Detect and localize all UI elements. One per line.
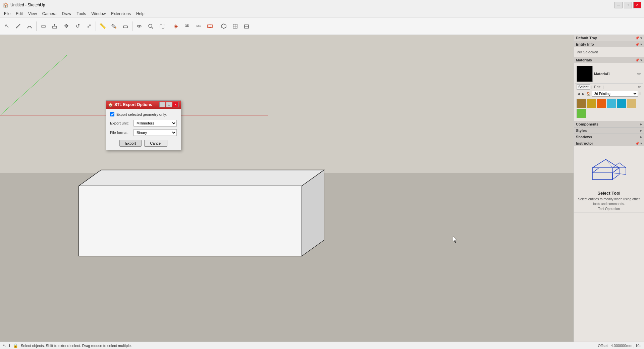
status-info-icon[interactable]: ℹ (9, 343, 10, 348)
shadows-section-header[interactable]: Shadows ▶ (574, 134, 644, 140)
file-format-row: File format: Binary ASCII (110, 129, 177, 136)
status-lock-icon[interactable]: 🔒 (13, 343, 18, 348)
materials-toggle[interactable]: ▾ (640, 58, 642, 62)
tool-eraser[interactable] (120, 21, 131, 32)
materials-row2: ◀ ▶ 🏠 3d Printing ⊞ (575, 90, 643, 97)
mat-category-select[interactable]: 3d Printing (592, 91, 638, 97)
tool-scale[interactable]: ⤢ (84, 21, 94, 32)
tool-tape[interactable]: 📏 (97, 21, 108, 32)
maximize-button[interactable]: □ (624, 2, 632, 8)
export-selected-checkbox[interactable] (110, 112, 114, 116)
entity-info-header[interactable]: Entity Info 📌 ▾ (574, 41, 644, 47)
3d-box (47, 160, 362, 288)
mat-back-btn[interactable]: ◀ (577, 92, 581, 96)
tool-3d-text[interactable]: 3D (182, 21, 193, 32)
tool-zoom-extents[interactable] (157, 21, 167, 32)
instructor-image (582, 148, 636, 188)
export-button[interactable]: Export (119, 140, 142, 147)
swatch-orange[interactable] (597, 99, 606, 108)
instructor-pin[interactable]: 📌 (635, 142, 639, 145)
swatch-light-blue[interactable] (607, 99, 616, 108)
close-button[interactable]: ✕ (633, 2, 641, 8)
dialog-buttons: Export Cancel (110, 140, 177, 147)
instructor-toggle[interactable]: ▾ (640, 142, 642, 145)
dialog-minimize-button[interactable]: — (159, 102, 165, 107)
materials-tab-select[interactable]: Select (577, 84, 590, 90)
instructor-content: Select Tool Select entities to modify wh… (574, 146, 644, 212)
menu-help[interactable]: Help (133, 11, 147, 17)
menu-camera[interactable]: Camera (40, 11, 59, 17)
materials-tabs: Select | Edit | ✏ (575, 83, 643, 90)
tool-select[interactable]: ↖ (1, 21, 12, 32)
svg-point-9 (149, 24, 152, 28)
menu-file[interactable]: File (1, 11, 13, 17)
dialog-close-button[interactable]: ✕ (173, 102, 179, 107)
file-format-label: File format: (110, 131, 133, 135)
tool-pencil[interactable] (13, 21, 23, 32)
swatch-green[interactable] (577, 109, 586, 118)
tool-component[interactable]: ◈ (170, 21, 181, 32)
styles-section-header[interactable]: Styles ▶ (574, 128, 644, 134)
tool-group[interactable] (205, 21, 215, 32)
tray-pin-icon[interactable]: 📌 (635, 36, 639, 40)
canvas-area[interactable]: 🏠 STL Export Options — □ ✕ Export select… (0, 35, 574, 342)
mat-detail-icon[interactable]: ⊞ (639, 92, 641, 96)
menu-tools[interactable]: Tools (74, 11, 89, 17)
menu-draw[interactable]: Draw (59, 11, 74, 17)
dialog-title-text: STL Export Options (114, 102, 152, 107)
materials-top: Material1 ✏ (575, 64, 643, 83)
app-icon: 🏠 (3, 2, 8, 8)
entity-info-pin[interactable]: 📌 (635, 43, 639, 46)
svg-point-8 (139, 26, 140, 27)
tray-menu-icon[interactable]: ▾ (640, 36, 642, 40)
tool-iso-view[interactable] (218, 21, 229, 32)
entity-info-title: Entity Info (576, 42, 594, 46)
dialog-checkbox-row: Export selected geometry only. (110, 112, 177, 116)
entity-info-toggle[interactable]: ▾ (640, 43, 642, 46)
tool-front-view[interactable] (241, 21, 252, 32)
materials-header[interactable]: Materials 📌 ▾ (574, 57, 644, 63)
tool-rectangle[interactable]: ▭ (38, 21, 49, 32)
swatch-gold[interactable] (587, 99, 596, 108)
mat-forward-btn[interactable]: ▶ (581, 92, 585, 96)
mat-home-btn[interactable]: 🏠 (586, 92, 591, 96)
svg-marker-23 (79, 186, 302, 256)
tool-arc[interactable] (24, 21, 35, 32)
export-unit-select[interactable]: Millimeters Centimeters Meters Inches Fe… (133, 120, 177, 127)
tool-orbit[interactable] (134, 21, 145, 32)
file-format-select[interactable]: Binary ASCII (133, 129, 177, 136)
tool-push-pull[interactable] (49, 21, 60, 32)
tool-top-view[interactable] (230, 21, 240, 32)
swatch-blue[interactable] (617, 99, 626, 108)
minimize-button[interactable]: — (614, 2, 623, 8)
menu-extensions[interactable]: Extensions (108, 11, 133, 17)
materials-tab-edit[interactable]: Edit (592, 84, 602, 90)
materials-pencil-icon[interactable]: ✏ (638, 85, 641, 89)
tool-rotate[interactable]: ↺ (72, 21, 83, 32)
material-edit-pencil[interactable]: ✏ (637, 71, 641, 77)
swatch-brown[interactable] (577, 99, 586, 108)
menu-window[interactable]: Window (89, 11, 109, 17)
tool-s4u[interactable]: s4u (193, 21, 204, 32)
cancel-button[interactable]: Cancel (144, 140, 167, 147)
offset-label: Offset (598, 344, 608, 348)
menu-view[interactable]: View (25, 11, 40, 17)
tray-header: Default Tray 📌 ▾ (574, 35, 644, 41)
menu-edit[interactable]: Edit (13, 11, 25, 17)
title-bar-controls: — □ ✕ (614, 2, 641, 8)
materials-pin[interactable]: 📌 (635, 58, 639, 62)
tool-move[interactable]: ✥ (61, 21, 71, 32)
status-arrow-icon[interactable]: ↖ (3, 343, 6, 348)
swatch-tan[interactable] (627, 99, 636, 108)
tool-zoom[interactable] (145, 21, 156, 32)
dialog-maximize-button[interactable]: □ (166, 102, 172, 107)
toolbar-sep5 (217, 21, 217, 31)
tool-paint[interactable] (109, 21, 119, 32)
instructor-section: Instructor 📌 ▾ (574, 140, 644, 212)
main-layout: 🏠 STL Export Options — □ ✕ Export select… (0, 35, 644, 342)
dialog-controls: — □ ✕ (159, 102, 179, 107)
materials-content: Material1 ✏ Select | Edit | ✏ ◀ ▶ 🏠 (574, 63, 644, 121)
instructor-header[interactable]: Instructor 📌 ▾ (574, 140, 644, 146)
components-section-header[interactable]: Components ▶ (574, 121, 644, 128)
styles-title: Styles (576, 129, 587, 133)
